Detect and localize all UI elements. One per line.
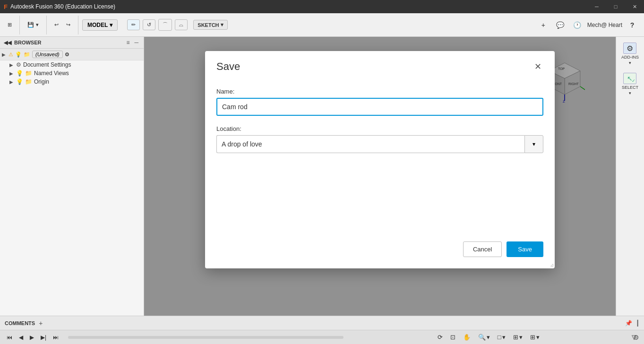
skip-start-icon: ⏮: [7, 334, 12, 341]
settings-gear-button[interactable]: ⚙: [633, 334, 639, 341]
maximize-button[interactable]: □: [606, 0, 625, 13]
undo-button[interactable]: ↩: [51, 20, 62, 30]
pan-button[interactable]: ✋: [460, 332, 473, 342]
help-button[interactable]: ?: [625, 18, 639, 32]
name-input[interactable]: [216, 98, 543, 116]
close-button[interactable]: ✕: [625, 0, 644, 13]
help-icon: ?: [630, 21, 635, 29]
browser-collapse-icon[interactable]: ◀◀: [4, 40, 11, 46]
save-dialog: Save ✕ Name: Location: ▾: [205, 51, 555, 268]
sketch-tool-4[interactable]: ⌓: [175, 19, 188, 30]
browser-pin-button[interactable]: ─: [133, 39, 140, 46]
dialog-close-button[interactable]: ✕: [532, 60, 543, 73]
add-ins-label: ADD-INS: [621, 55, 639, 60]
timeline-skip-end-button[interactable]: ⏭: [51, 333, 60, 342]
named-views-folder-icon: 📁: [25, 70, 32, 77]
doc-settings-label: Document Settings: [23, 61, 71, 68]
chat-button[interactable]: 💬: [553, 18, 567, 32]
tree-item-document-settings[interactable]: ▶ ⚙ Document Settings: [0, 60, 144, 69]
root-settings-button[interactable]: ⚙: [65, 52, 69, 58]
tree-item-named-views[interactable]: ▶ 💡 📁 Named Views: [0, 69, 144, 77]
select-button[interactable]: ↖ ✓ SELECT ▾: [620, 71, 640, 97]
timeline-play-button[interactable]: ▶: [28, 333, 36, 342]
location-dropdown-button[interactable]: ▾: [524, 135, 543, 153]
apps-grid-icon: ⊞: [8, 22, 12, 28]
model-mode-button[interactable]: MODEL ▾: [82, 19, 118, 31]
toolbar-section-file: 💾 ▾: [24, 16, 47, 34]
user-name: Mech@ Heart: [587, 22, 622, 28]
save-button[interactable]: 💾 ▾: [24, 20, 43, 30]
browser-menu-button[interactable]: ≡: [125, 39, 131, 46]
add-tab-button[interactable]: +: [536, 18, 550, 32]
resize-handle[interactable]: ⊿: [550, 262, 554, 267]
orbit-icon: ⟳: [438, 334, 443, 341]
timeline-skip-start-button[interactable]: ⏮: [5, 333, 14, 342]
named-views-label: Named Views: [34, 70, 69, 77]
display-icon: □: [498, 334, 501, 341]
comments-pin-button[interactable]: 📌: [625, 320, 632, 327]
origin-bulb-icon: 💡: [16, 78, 23, 85]
app-title: Autodesk Fusion 360 (Education License): [10, 3, 115, 10]
add-ins-dropdown-icon: ▾: [629, 60, 631, 65]
pan-icon: ✋: [463, 334, 471, 341]
timeline-next-button[interactable]: ▶|: [39, 333, 48, 342]
main-toolbar: ⊞ 💾 ▾ ↩ ↪ MODEL ▾ ✏ ↺ ⌒ ⌓ SKETC: [0, 13, 644, 37]
sketch-tool-3[interactable]: ⌒: [158, 19, 172, 31]
orbit-button[interactable]: ⟳: [435, 332, 446, 342]
sketch-tool-1[interactable]: ✏: [127, 19, 140, 30]
model-label: MODEL: [87, 22, 108, 28]
fit-view-button[interactable]: ⊡: [447, 332, 458, 342]
history-button[interactable]: 🕐: [570, 18, 584, 32]
doc-settings-arrow: ▶: [9, 62, 16, 68]
doc-settings-gear-icon: ⚙: [16, 61, 21, 68]
apps-grid-button[interactable]: ⊞: [4, 20, 16, 30]
redo-button[interactable]: ↪: [62, 20, 74, 30]
minimize-button[interactable]: ─: [587, 0, 606, 13]
root-collapse-arrow: ▶: [2, 52, 9, 57]
sketch-tool-2[interactable]: ↺: [143, 19, 155, 30]
history-icon: 🕐: [573, 21, 581, 29]
save-dialog-button[interactable]: Save: [507, 241, 543, 257]
dialog-body: Name: Location: ▾: [205, 80, 555, 234]
fit-icon: ⊡: [450, 334, 455, 341]
timeline-bar: ⏮ ◀ ▶ ▶| ⏭ ⟳ ⊡ ✋ 🔍 ▾ □ ▾ ⊞ ▾: [0, 330, 644, 344]
tree-item-origin[interactable]: ▶ 💡 📁 Origin: [0, 77, 144, 86]
root-folder-icon: 📁: [24, 52, 30, 58]
skip-end-icon: ⏭: [53, 334, 59, 341]
cancel-button[interactable]: Cancel: [463, 241, 502, 257]
location-label: Location:: [216, 125, 543, 132]
viewport[interactable]: TOP RIGHT FRONT Z X Save ✕ Name:: [144, 37, 616, 316]
tree-root-item[interactable]: ▶ ⚠ 💡 📁 (Unsaved) ⚙: [0, 49, 144, 60]
comments-bar: COMMENTS + 📌 ┃: [0, 316, 644, 330]
render-icon: ⊞: [530, 334, 535, 341]
comments-pin-icon: 📌: [625, 320, 632, 327]
add-comment-icon: +: [39, 319, 43, 327]
comments-collapse-button[interactable]: ┃: [636, 320, 639, 327]
location-selector: ▾: [216, 135, 543, 153]
origin-folder-icon: 📁: [25, 78, 32, 85]
timeline-track[interactable]: [68, 336, 343, 339]
render-button[interactable]: ⊞ ▾: [527, 332, 542, 342]
sketch-mode-indicator: SKETCH ▾: [193, 20, 227, 30]
grid-button[interactable]: ⊞ ▾: [510, 332, 525, 342]
sketch-icon-2: ↺: [147, 22, 151, 28]
title-bar: F Autodesk Fusion 360 (Education License…: [0, 0, 644, 13]
add-ins-button[interactable]: ⚙ ADD-INS ▾: [619, 41, 641, 67]
sketch-label: SKETCH: [197, 22, 219, 28]
top-right-nav: + 💬 🕐 Mech@ Heart ?: [536, 13, 639, 37]
save-icon: 💾: [27, 22, 34, 28]
root-warning-icon: ⚠: [9, 52, 13, 58]
redo-icon: ↪: [66, 22, 70, 28]
chat-icon: 💬: [556, 21, 564, 29]
name-label: Name:: [216, 88, 543, 95]
timeline-prev-button[interactable]: ◀: [17, 333, 25, 342]
grid-icon: ⊞: [513, 334, 518, 341]
add-comment-button[interactable]: +: [39, 319, 43, 327]
dialog-title: Save: [216, 60, 240, 73]
location-input[interactable]: [216, 135, 524, 153]
display-button[interactable]: □ ▾: [495, 332, 508, 342]
zoom-button[interactable]: 🔍 ▾: [475, 332, 493, 342]
next-icon: ▶|: [41, 334, 46, 341]
browser-header: ◀◀ BROWSER ≡ ─: [0, 37, 144, 49]
add-icon: +: [541, 21, 545, 29]
